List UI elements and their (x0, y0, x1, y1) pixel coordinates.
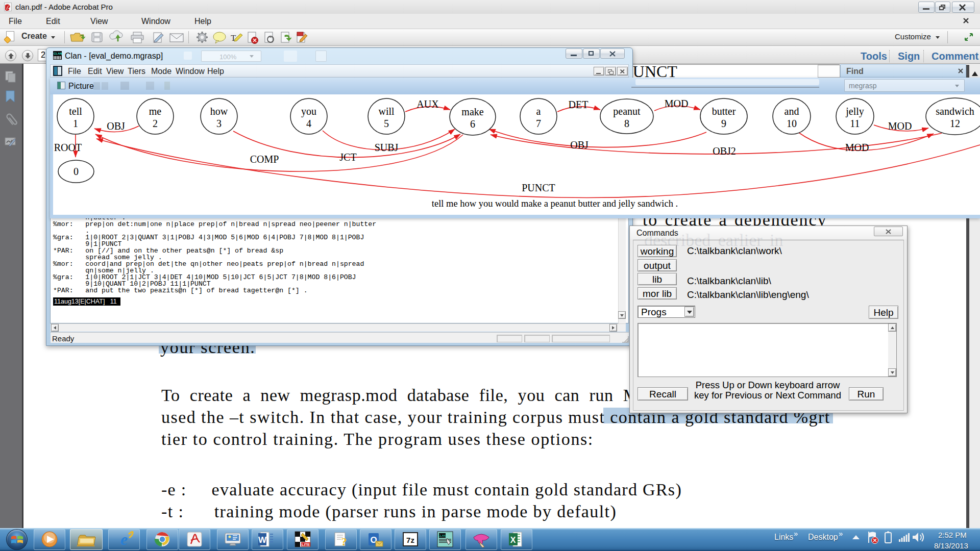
svg-text:LITE: LITE (302, 542, 310, 547)
svg-text:tell me how you would make a p: tell me how you would make a peanut butt… (432, 198, 678, 209)
svg-text:make: make (461, 106, 483, 117)
svg-text:W: W (258, 535, 267, 545)
svg-text:8: 8 (624, 118, 629, 129)
svg-text:6: 6 (470, 118, 475, 130)
svg-text:9: 9 (721, 118, 726, 129)
svg-text:MOD: MOD (888, 120, 912, 132)
svg-text:5: 5 (384, 118, 389, 129)
svg-text:10: 10 (787, 118, 797, 129)
svg-text:e: e (120, 530, 128, 548)
svg-text:COMP: COMP (250, 154, 279, 165)
svg-text:tell: tell (69, 106, 82, 117)
svg-text:4: 4 (306, 118, 311, 129)
svg-text:MOD: MOD (845, 142, 869, 153)
svg-text:how: how (210, 106, 228, 117)
svg-text:you: you (301, 106, 316, 117)
svg-text:11: 11 (850, 118, 860, 129)
svg-text:ROOT: ROOT (54, 142, 82, 153)
svg-text:SUBJ: SUBJ (375, 142, 399, 153)
svg-text:jelly: jelly (845, 106, 864, 117)
svg-text:7z: 7z (406, 536, 414, 544)
svg-text:and: and (785, 106, 799, 117)
svg-text:MOD: MOD (665, 98, 689, 109)
svg-text:3: 3 (216, 118, 222, 129)
svg-text:PUNCT: PUNCT (522, 182, 555, 193)
svg-text:X: X (510, 536, 516, 544)
svg-text:0: 0 (74, 166, 79, 177)
svg-text:2: 2 (153, 118, 158, 129)
svg-text:AUX: AUX (416, 98, 439, 110)
svg-text:OBJ: OBJ (570, 139, 589, 151)
svg-text:?: ? (341, 535, 347, 548)
svg-text:OBJ: OBJ (107, 120, 125, 132)
svg-text:JCT: JCT (339, 152, 356, 163)
svg-text:a: a (536, 106, 541, 117)
svg-text:sandwich: sandwich (936, 106, 974, 117)
svg-text:will: will (378, 106, 395, 117)
svg-text:DET: DET (569, 99, 589, 110)
svg-text:butter: butter (712, 106, 736, 117)
svg-text:peanut: peanut (613, 106, 641, 117)
svg-text:CLAN: CLAN (438, 534, 446, 537)
svg-text:T: T (231, 33, 236, 43)
svg-text:7: 7 (536, 118, 541, 129)
svg-text:1: 1 (73, 118, 78, 129)
svg-text:me: me (149, 106, 162, 117)
svg-text:OBJ2: OBJ2 (713, 145, 736, 157)
svg-text:12: 12 (950, 118, 960, 129)
